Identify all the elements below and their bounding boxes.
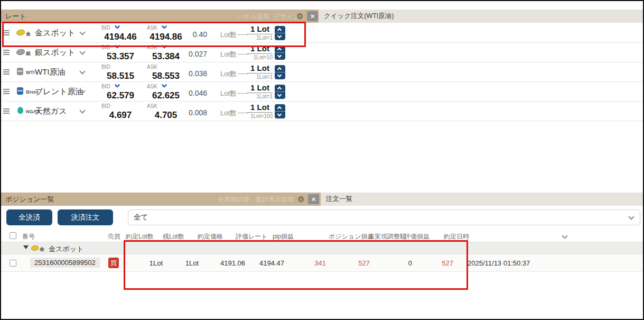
bid-price: 4194.46	[101, 32, 139, 42]
column-header-executed-at[interactable]: 約定日時	[444, 232, 469, 241]
expand-all-toggle-button[interactable]: 全展開切替	[218, 195, 249, 204]
position-filter-select[interactable]: 全て	[128, 209, 640, 225]
ask-label: ASK	[147, 64, 157, 70]
price-down-arrow-icon	[161, 43, 167, 49]
lot-unit: 1Lot=1	[247, 74, 273, 80]
lot-unit: 1Lot=1	[247, 94, 273, 99]
lot-unit: 1Lot=100	[247, 113, 273, 119]
bid-price: 53.357	[101, 51, 139, 62]
chevron-up-icon	[277, 67, 282, 71]
gas-flame-icon	[16, 107, 25, 115]
add-panel-button[interactable]: パネル追加	[237, 12, 269, 21]
close-rates-panel-button[interactable]: ×	[307, 11, 318, 21]
lot-stepper[interactable]	[275, 26, 285, 40]
lot-decrement-button[interactable]	[275, 111, 285, 118]
ask-label: ASK	[147, 103, 157, 109]
ask-label: ASK	[147, 44, 157, 50]
column-header-pip-pl[interactable]: pip損益	[273, 232, 294, 241]
chevron-down-icon	[277, 53, 282, 58]
bid-quote[interactable]: BID 62.579	[101, 83, 139, 101]
lot-stepper[interactable]	[275, 65, 285, 79]
position-number[interactable]: 2531600005899502	[30, 258, 100, 268]
group-instrument-name: 金スポット	[49, 244, 83, 254]
lot-increment-button[interactable]	[275, 65, 285, 72]
ask-quote[interactable]: ASK 62.625	[147, 83, 185, 101]
column-header-executed-lots[interactable]: 約定Lot数	[126, 232, 154, 241]
lot-value[interactable]: 1 Lot	[247, 44, 273, 54]
lot-unit: 1Lot=1	[247, 35, 273, 41]
instrument-name: 金スポット	[35, 28, 75, 38]
column-header-eval-pl[interactable]: 評価損益	[404, 232, 430, 241]
chevron-down-icon[interactable]	[79, 68, 85, 74]
column-header-position-pl[interactable]: ポジション損益	[329, 232, 374, 241]
lot-decrement-button[interactable]	[275, 33, 285, 40]
collapse-triangle-icon[interactable]	[23, 245, 29, 249]
lot-increment-button[interactable]	[275, 45, 285, 52]
lot-stepper[interactable]	[275, 104, 285, 118]
gold-nugget-icon	[31, 244, 40, 252]
column-settings-chevron-icon[interactable]	[562, 233, 567, 239]
lot-size-field[interactable]: 1 Lot 1Lot=1	[247, 24, 273, 41]
bid-quote[interactable]: BID 4.697	[101, 103, 139, 121]
position-pl-value: 527	[334, 259, 370, 267]
eval-pl-value: 527	[418, 259, 453, 267]
bid-quote[interactable]: BID 4194.46	[101, 24, 139, 42]
lot-decrement-button[interactable]	[275, 52, 285, 59]
ask-quote[interactable]: ASK 4194.86	[147, 24, 185, 42]
lot-size-field[interactable]: 1 Lot 1Lot=1	[247, 63, 273, 80]
lot-stepper[interactable]	[275, 85, 285, 99]
lot-size-field[interactable]: 1 Lot 1Lot=1	[247, 83, 273, 99]
bid-price: 58.515	[101, 71, 139, 81]
column-header-side[interactable]: 売買	[108, 232, 120, 241]
close-positions-panel-button[interactable]: ×	[308, 194, 319, 204]
column-header-executed-price[interactable]: 約定価格	[198, 232, 223, 241]
rate-row-brent: Brent ブレント原油 BID 62.579 ASK 62.625 0.046…	[1, 82, 643, 102]
design-button[interactable]: デザイン	[274, 12, 300, 21]
drag-handle-icon[interactable]	[3, 50, 10, 56]
position-group-row-gold[interactable]: 金 金スポット	[1, 242, 643, 254]
price-down-arrow-icon	[161, 23, 167, 29]
unrealized-adj-value: 0	[376, 259, 412, 267]
executed-lots-value: 1Lot	[126, 259, 163, 267]
drag-handle-icon[interactable]	[3, 30, 10, 36]
column-header-unrealized-adj[interactable]: 未実現調整額	[368, 232, 406, 241]
lot-value[interactable]: 1 Lot	[247, 83, 273, 93]
lot-size-field[interactable]: 1 Lot 1Lot=100	[247, 103, 273, 119]
lot-decrement-button[interactable]	[275, 92, 285, 98]
lot-increment-button[interactable]	[275, 26, 285, 33]
gear-icon[interactable]: ⚙	[296, 11, 303, 21]
drag-handle-icon[interactable]	[3, 69, 10, 76]
drag-handle-icon[interactable]	[3, 108, 10, 115]
lot-value[interactable]: 1 Lot	[247, 63, 273, 74]
lot-size-field[interactable]: 1 Lot 1Lot=10	[247, 44, 273, 60]
close-order-button[interactable]: 決済注文	[58, 209, 113, 225]
instrument-code: 金	[40, 246, 44, 253]
aggregate-toggle-button[interactable]: 集計表示切替	[256, 195, 294, 204]
ask-quote[interactable]: ASK 53.384	[147, 44, 185, 62]
ask-quote[interactable]: ASK 4.705	[147, 103, 185, 121]
row-checkbox[interactable]	[10, 260, 16, 267]
close-all-button[interactable]: 全決済	[6, 209, 52, 225]
lot-increment-button[interactable]	[275, 104, 285, 111]
select-all-checkbox[interactable]	[10, 232, 16, 239]
gear-icon[interactable]: ⚙	[297, 194, 304, 204]
tab-order-list[interactable]: 注文一覧	[321, 195, 352, 204]
drag-handle-icon[interactable]	[3, 89, 10, 95]
lot-increment-button[interactable]	[275, 85, 285, 92]
chevron-down-icon[interactable]	[79, 107, 85, 113]
lot-value[interactable]: 1 Lot	[247, 24, 273, 34]
bid-quote[interactable]: BID 53.357	[101, 44, 139, 62]
lot-decrement-button[interactable]	[275, 72, 285, 79]
position-row[interactable]: 2531600005899502 買 1Lot 1Lot 4191.06 419…	[1, 254, 643, 272]
chevron-down-icon[interactable]	[79, 29, 85, 35]
tab-quick-order[interactable]: クイック注文(WTI原油)	[319, 12, 394, 21]
chevron-up-icon	[277, 28, 282, 32]
lot-value[interactable]: 1 Lot	[247, 103, 273, 113]
bid-quote[interactable]: BID 58.515	[101, 63, 139, 81]
chevron-down-icon[interactable]	[79, 49, 85, 54]
lot-stepper[interactable]	[275, 45, 285, 60]
column-header-number[interactable]: 番号	[22, 232, 35, 241]
column-header-remaining-lots[interactable]: 残Lot数	[163, 232, 184, 241]
column-header-eval-rate[interactable]: 評価レート	[236, 232, 268, 241]
ask-quote[interactable]: ASK 58.553	[147, 63, 185, 81]
